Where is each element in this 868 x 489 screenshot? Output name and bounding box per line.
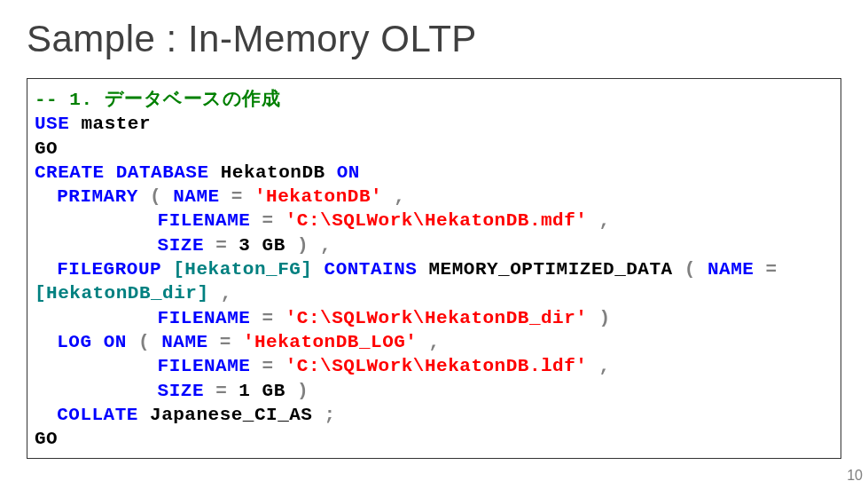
code-line-go2: GO (35, 427, 833, 451)
sql-keyword: DATABASE (116, 162, 209, 183)
code-line-filename1: FILENAME = 'C:\SQLWork\HekatonDB.mdf' , (35, 209, 833, 233)
sql-paren: ( (684, 259, 696, 280)
sql-string: 'HekatonDB_LOG' (243, 332, 418, 352)
sql-comma: , (221, 283, 232, 304)
sql-op: = (220, 332, 231, 352)
sql-unit: GB (262, 381, 285, 401)
sql-comma: , (429, 332, 441, 352)
sql-ident: [HekatonDB_dir] (35, 283, 209, 304)
code-line-filename3: FILENAME = 'C:\SQLWork\HekatonDB.ldf' , (35, 354, 833, 378)
sql-op: = (215, 235, 227, 256)
sql-keyword: CONTAINS (325, 259, 418, 280)
sql-keyword: SIZE (158, 235, 216, 256)
sql-ident: [Hekaton_FG] (173, 259, 324, 280)
code-line-create: CREATE DATABASE HekatonDB ON (35, 161, 833, 185)
sql-keyword: SIZE (158, 381, 216, 401)
code-line-primary: PRIMARY ( NAME = 'HekatonDB' , (35, 185, 833, 209)
sql-keyword: NAME (161, 332, 220, 352)
code-box: -- 1. データベースの作成 USE master GO CREATE DAT… (27, 78, 841, 459)
sql-comma: , (394, 186, 405, 207)
sql-ident: master (81, 114, 151, 134)
code-line-fg-name: [HekatonDB_dir] , (35, 281, 833, 305)
sql-paren: ( (150, 186, 161, 207)
code-line-collate: COLLATE Japanese_CI_AS ; (35, 403, 833, 427)
slide-title: Sample : In-Memory OLTP (27, 18, 841, 60)
sql-keyword: FILENAME (158, 356, 262, 376)
sql-keyword: USE (35, 114, 69, 134)
sql-go: GO (35, 138, 58, 159)
code-line-go: GO (35, 137, 833, 161)
sql-string: 'C:\SQLWork\HekatonDB_dir' (285, 308, 588, 328)
code-line-filename2: FILENAME = 'C:\SQLWork\HekatonDB_dir' ) (35, 306, 833, 330)
sql-comma: , (320, 235, 332, 256)
sql-op: = (262, 356, 274, 376)
sql-number: 3 (239, 235, 250, 256)
sql-ident: MEMORY_OPTIMIZED_DATA (429, 259, 684, 280)
sql-string: 'C:\SQLWork\HekatonDB.mdf' (285, 210, 588, 231)
sql-paren: ) (297, 381, 309, 401)
sql-keyword: NAME (708, 259, 766, 280)
sql-paren: ) (297, 235, 309, 256)
sql-op: = (215, 381, 227, 401)
sql-string: 'HekatonDB' (254, 186, 382, 207)
sql-op: = (262, 308, 274, 328)
sql-paren: ( (138, 332, 150, 352)
code-line-log: LOG ON ( NAME = 'HekatonDB_LOG' , (35, 330, 833, 354)
code-line-use: USE master (35, 112, 833, 136)
sql-comma: , (599, 210, 611, 231)
sql-op: = (765, 259, 777, 280)
sql-ident: Japanese_CI_AS (150, 405, 312, 425)
sql-keyword: LOG (57, 332, 91, 352)
sql-op: = (231, 186, 243, 207)
sql-string: 'C:\SQLWork\HekatonDB.ldf' (285, 356, 588, 376)
code-line-size1: SIZE = 3 GB ) , (35, 233, 833, 257)
sql-comment: -- 1. データベースの作成 (35, 90, 280, 110)
sql-keyword: FILENAME (158, 210, 262, 231)
sql-unit: GB (262, 235, 285, 256)
slide: Sample : In-Memory OLTP -- 1. データベースの作成 … (0, 0, 868, 489)
sql-keyword: ON (337, 162, 360, 183)
sql-paren: ) (599, 308, 611, 328)
sql-keyword: COLLATE (57, 405, 138, 425)
sql-go: GO (35, 429, 58, 449)
sql-keyword: PRIMARY (57, 186, 138, 207)
code-line-comment: -- 1. データベースの作成 (35, 88, 833, 112)
sql-keyword: CREATE (35, 162, 105, 183)
sql-semi: ; (325, 405, 336, 425)
sql-keyword: FILENAME (158, 308, 262, 328)
sql-keyword: NAME (173, 186, 231, 207)
sql-op: = (262, 210, 274, 231)
sql-keyword: FILEGROUP (57, 259, 161, 280)
sql-number: 1 (239, 381, 250, 401)
page-number: 10 (847, 468, 863, 484)
sql-comma: , (599, 356, 611, 376)
sql-ident: HekatonDB (221, 162, 325, 183)
code-line-filegroup: FILEGROUP [Hekaton_FG] CONTAINS MEMORY_O… (35, 257, 833, 281)
code-line-size2: SIZE = 1 GB ) (35, 379, 833, 403)
sql-keyword: ON (104, 332, 127, 352)
